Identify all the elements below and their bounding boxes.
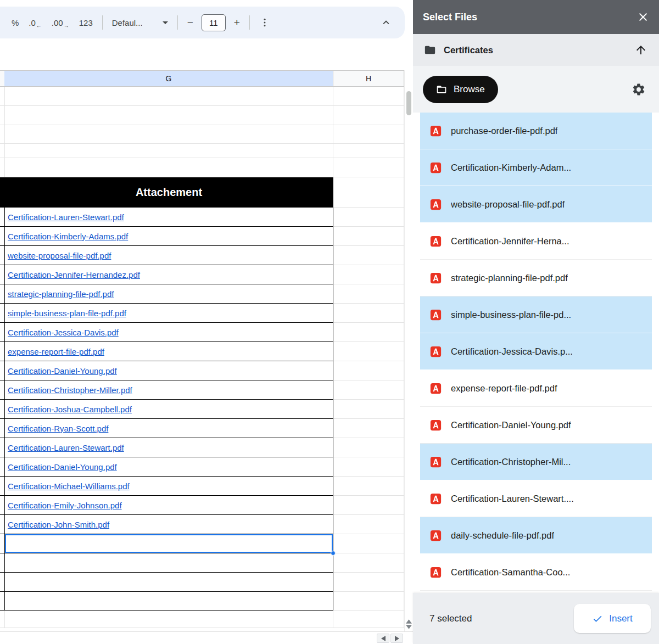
- cell-link[interactable]: Certification-Michael-Williams.pdf: [8, 481, 130, 491]
- file-item[interactable]: website-proposal-file-pdf.pdf: [420, 186, 652, 223]
- scroll-right-button[interactable]: [390, 634, 403, 643]
- sheet-cell[interactable]: [333, 246, 404, 265]
- cell-link[interactable]: simple-business-plan-file-pdf.pdf: [8, 309, 126, 318]
- cell-link[interactable]: strategic-planning-file-pdf.pdf: [8, 289, 114, 299]
- sheet-cell[interactable]: Certification-Lauren-Stewart.pdf: [4, 208, 333, 227]
- sheet-cell[interactable]: [4, 106, 333, 125]
- sheet-cell[interactable]: Certification-Jennifer-Hernandez.pdf: [4, 265, 333, 284]
- sheet-cell[interactable]: [4, 125, 333, 144]
- active-cell[interactable]: [4, 534, 333, 553]
- decrease-decimal-button[interactable]: .0←: [24, 15, 47, 31]
- sheet-cell[interactable]: Certification-Daniel-Young.pdf: [4, 361, 333, 380]
- fill-handle[interactable]: [331, 551, 336, 556]
- sheet-cell[interactable]: [333, 380, 404, 400]
- cell-link[interactable]: expense-report-file-pdf.pdf: [8, 347, 104, 356]
- scroll-up-icon[interactable]: [406, 619, 412, 624]
- decrease-font-size-button[interactable]: −: [182, 13, 198, 32]
- cell-link[interactable]: Certification-Joshua-Campbell.pdf: [8, 405, 132, 414]
- sheet-cell[interactable]: Certification-Michael-Williams.pdf: [4, 477, 333, 496]
- font-family-dropdown[interactable]: Defaul...: [107, 15, 173, 31]
- browse-button[interactable]: Browse: [423, 76, 498, 103]
- sheet-cell[interactable]: Certification-Christopher-Miller.pdf: [4, 380, 333, 400]
- file-item[interactable]: Certification-Jessica-Davis.p...: [420, 333, 652, 370]
- sheet-cell[interactable]: [333, 534, 404, 553]
- sheet-cell[interactable]: Certification-Daniel-Young.pdf: [4, 457, 333, 477]
- cell-link[interactable]: Certification-Lauren-Stewart.pdf: [8, 212, 124, 222]
- sheet-cell[interactable]: Certification-Lauren-Stewart.pdf: [4, 438, 333, 457]
- cell-link[interactable]: Certification-Emily-Johnson.pdf: [8, 501, 122, 510]
- file-item[interactable]: strategic-planning-file-pdf.pdf: [420, 260, 652, 296]
- file-item[interactable]: Certification-Jennifer-Herna...: [420, 223, 652, 260]
- sheet-cell[interactable]: expense-report-file-pdf.pdf: [4, 342, 333, 361]
- sheet-cell[interactable]: [333, 457, 404, 477]
- sheet-cell[interactable]: [333, 592, 404, 611]
- vertical-scrollbar[interactable]: [404, 70, 413, 631]
- sheet-cell[interactable]: [333, 573, 404, 592]
- sheet-cell[interactable]: [333, 419, 404, 438]
- collapse-toolbar-button[interactable]: [375, 13, 397, 32]
- file-item[interactable]: Certification-Samantha-Coo...: [420, 554, 652, 591]
- sheet-cell[interactable]: [333, 106, 404, 125]
- more-options-button[interactable]: [254, 14, 275, 31]
- sheet-cell[interactable]: Certification-Emily-Johnson.pdf: [4, 496, 333, 515]
- close-panel-button[interactable]: [635, 9, 651, 25]
- sheet-cell[interactable]: [4, 144, 333, 158]
- increase-font-size-button[interactable]: +: [229, 13, 245, 32]
- file-item[interactable]: Certification-Kimberly-Adam...: [420, 149, 652, 186]
- sheet-cell[interactable]: [333, 177, 404, 208]
- sheet-cell[interactable]: [333, 400, 404, 419]
- sheet-cell[interactable]: website-proposal-file-pdf.pdf: [4, 246, 333, 265]
- vertical-scrollbar-thumb[interactable]: [406, 91, 411, 115]
- sheet-cell[interactable]: [333, 323, 404, 342]
- sheet-cell[interactable]: [4, 158, 333, 177]
- cell-link[interactable]: Certification-Lauren-Stewart.pdf: [8, 443, 124, 452]
- sheet-cell[interactable]: Certification-Kimberly-Adams.pdf: [4, 227, 333, 246]
- file-item[interactable]: Certification-Lauren-Stewart....: [420, 480, 652, 517]
- cell-link[interactable]: Certification-Daniel-Young.pdf: [8, 366, 117, 376]
- format-percent-button[interactable]: %: [7, 15, 24, 31]
- sheet-cell[interactable]: [333, 125, 404, 144]
- file-item[interactable]: Certification-Daniel-Young.pdf: [420, 407, 652, 444]
- sheet-cell[interactable]: [4, 87, 333, 106]
- sheet-cell[interactable]: [4, 553, 333, 573]
- scroll-left-button[interactable]: [377, 634, 389, 643]
- horizontal-scrollbar[interactable]: [0, 631, 413, 644]
- more-formats-button[interactable]: 123: [74, 15, 98, 31]
- sheet-cell[interactable]: [4, 573, 333, 592]
- file-item[interactable]: simple-business-plan-file-pd...: [420, 296, 652, 333]
- sheet-cell[interactable]: Certification-John-Smith.pdf: [4, 515, 333, 534]
- sheet-cell[interactable]: [333, 227, 404, 246]
- sheet-cell[interactable]: [333, 158, 404, 177]
- sheet-cell[interactable]: Certification-Ryan-Scott.pdf: [4, 419, 333, 438]
- cell-link[interactable]: Certification-Jessica-Davis.pdf: [8, 328, 119, 337]
- sheet-cell[interactable]: [333, 87, 404, 106]
- increase-decimal-button[interactable]: .00→: [47, 15, 74, 31]
- sheet-cell[interactable]: [333, 208, 404, 227]
- file-item[interactable]: daily-schedule-file-pdf.pdf: [420, 517, 652, 554]
- sheet-cell[interactable]: simple-business-plan-file-pdf.pdf: [4, 304, 333, 323]
- cell-link[interactable]: Certification-Kimberly-Adams.pdf: [8, 232, 128, 241]
- sheet-cell[interactable]: [333, 284, 404, 304]
- sheet-cell[interactable]: [333, 361, 404, 380]
- sheet-cell[interactable]: [333, 304, 404, 323]
- sheet-cell[interactable]: Certification-Jessica-Davis.pdf: [4, 323, 333, 342]
- file-item[interactable]: Certification-Christopher-Mil...: [420, 444, 652, 480]
- column-header-g[interactable]: G: [4, 70, 333, 87]
- cell-link[interactable]: Certification-Christopher-Miller.pdf: [8, 385, 132, 395]
- scroll-down-icon[interactable]: [406, 625, 412, 629]
- sheet-cell[interactable]: [4, 611, 333, 628]
- cell-link[interactable]: Certification-Daniel-Young.pdf: [8, 462, 117, 472]
- sheet-cell[interactable]: [333, 265, 404, 284]
- sheet-cell[interactable]: [333, 496, 404, 515]
- sheet-cell[interactable]: strategic-planning-file-pdf.pdf: [4, 284, 333, 304]
- cell-link[interactable]: Certification-John-Smith.pdf: [8, 520, 109, 529]
- cell-link[interactable]: website-proposal-file-pdf.pdf: [8, 251, 111, 260]
- file-item[interactable]: purchase-order-file-pdf.pdf: [420, 113, 652, 149]
- font-size-input[interactable]: 11: [202, 14, 226, 31]
- settings-button[interactable]: [629, 80, 648, 99]
- cell-link[interactable]: Certification-Ryan-Scott.pdf: [8, 424, 108, 433]
- sheet-cell[interactable]: [333, 611, 404, 628]
- table-header-cell[interactable]: Attachement: [4, 177, 333, 208]
- sheet-cell[interactable]: [333, 553, 404, 573]
- sheet-cell[interactable]: [333, 144, 404, 158]
